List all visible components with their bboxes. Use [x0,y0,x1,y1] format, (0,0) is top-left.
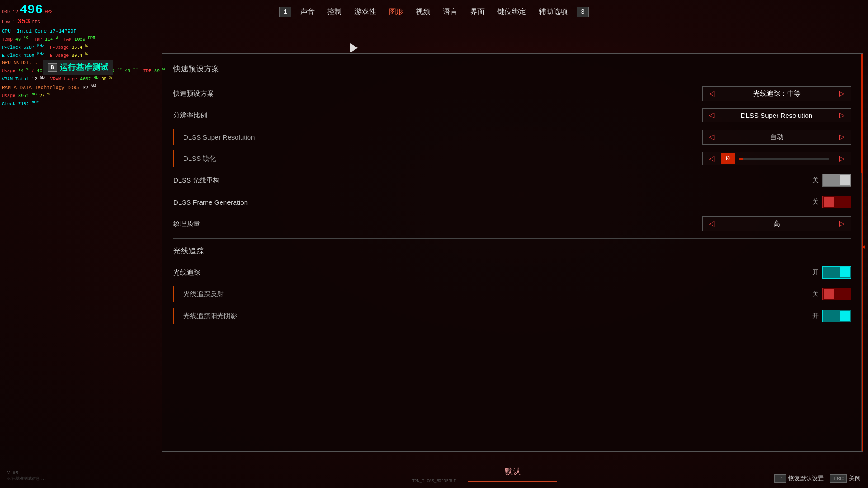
quick-preset-value: 光线追踪：中等 [721,87,833,101]
raytracing-status: 开 [812,268,819,277]
hud-eusage-label: E-Usage [47,53,69,58]
dlss-sharpen-track[interactable] [739,158,829,160]
tab-audio[interactable]: 声音 [294,5,321,19]
dlss-recon-label: DLSS 光线重构 [173,176,220,185]
raytracing-section: 光线追踪 [173,238,851,258]
version-sub: 运行基准测试信息... [7,476,47,482]
tab-language[interactable]: 语言 [437,5,464,19]
rt-reflections-toggle-group: 关 [812,288,851,300]
hud-temp-val: 49 [15,37,21,42]
bottom-center-text: TRN_TLCAS_BORDERUI [412,479,456,483]
hud-gpu-temp2-unit: °C [133,67,138,72]
dlss-sharpen-value: 0 [721,153,735,164]
hud-ram-usage-label: Usage [2,94,15,99]
resolution-scale-row: 分辨率比例 ◁ DLSS Super Resolution ▷ [173,107,851,123]
hud-ram-unit: GB [91,84,96,88]
quick-preset-control[interactable]: ◁ 光线追踪：中等 ▷ [702,86,851,101]
benchmark-tooltip[interactable]: B 运行基准测试 [43,60,113,75]
dlss-super-res-right-btn[interactable]: ▷ [833,131,851,143]
hud-vram-usage-val: 4667 [80,77,91,82]
dlss-super-res-value: 自动 [721,130,833,144]
bottom-right-controls: F1 恢复默认设置 ESC 关闭 [774,474,861,483]
dlss-super-res-left-btn[interactable]: ◁ [703,131,721,143]
hud-vram-total-unit: GB [40,75,45,80]
dlss-sharpen-right-btn[interactable]: ▷ [833,152,851,165]
raytracing-toggle[interactable] [822,266,851,279]
texture-quality-control[interactable]: ◁ 高 ▷ [702,216,851,231]
right-edge-indicator: ◄ [862,244,865,250]
dlss-super-res-control[interactable]: ◁ 自动 ▷ [702,130,851,145]
rt-reflections-toggle[interactable] [822,288,851,300]
texture-quality-row: 纹理质量 ◁ 高 ▷ [173,216,851,232]
hud-ram-usage-val: 8951 [18,94,29,99]
resolution-scale-left-btn[interactable]: ◁ [703,109,721,122]
texture-quality-right-btn[interactable]: ▷ [833,217,851,230]
hud-overlay: D3D 12 496 FPS Low 1 353 FPS CPU Intel C… [2,4,165,108]
close-btn[interactable]: ESC 关闭 [830,474,861,483]
settings-panel: 快速预设方案 快速预设方案 ◁ 光线追踪：中等 ▷ 分辨率比例 ◁ DLSS S… [162,53,863,452]
rt-reflections-label: 光线追踪反射 [183,290,224,299]
hud-low-prefix: Low 1 [2,19,15,26]
dlss-frame-gen-label: DLSS Frame Generation [173,198,248,206]
tab-gameplay[interactable]: 游戏性 [348,5,382,19]
tab-controls[interactable]: 控制 [321,5,348,19]
tab-interface[interactable]: 界面 [464,5,491,19]
resolution-scale-right-btn[interactable]: ▷ [833,109,851,122]
hud-cpu-name: Intel Core i7-14790F [14,28,76,34]
dlss-frame-gen-toggle[interactable] [822,196,851,208]
hud-vram-total-val: 12 [32,77,37,82]
hud-eusage-val: 30.4 [71,53,82,58]
quick-preset-right-btn[interactable]: ▷ [833,87,851,100]
benchmark-label: 运行基准测试 [60,62,108,73]
hud-tdp-label: TDP [31,37,42,42]
texture-quality-left-btn[interactable]: ◁ [703,217,721,230]
hud-fan-unit: RPM [88,36,95,40]
tab-keybindings[interactable]: 键位绑定 [491,5,533,19]
dlss-sharpen-label: DLSS 锐化 [183,155,216,163]
hud-gpu-sep: / [31,69,37,74]
hud-ram-label: RAM [2,85,11,90]
tab-accessibility[interactable]: 辅助选项 [533,5,574,19]
hud-cpu-label: CPU [2,28,11,34]
hud-temp-label: Temp [2,37,13,42]
dlss-super-res-label: DLSS Super Resolution [183,133,255,141]
hud-gpu-usage-val2: 40 [37,69,42,74]
hud-pclock-unit: MHz [37,44,44,48]
default-button[interactable]: 默认 [468,461,557,482]
tab-video[interactable]: 视频 [410,5,437,19]
quick-preset-row: 快速预设方案 ◁ 光线追踪：中等 ▷ [173,85,851,102]
nav-num-1[interactable]: 1 [279,7,291,17]
hud-ram-clock-val: 7182 [18,102,29,107]
cursor [350,43,358,52]
hud-gpu-label: GPU [2,60,11,66]
rt-sun-shadow-status: 开 [812,312,819,320]
dlss-recon-toggle[interactable] [822,174,851,187]
hud-ram-clock-unit: MHz [32,100,39,105]
hud-tdp-unit: W [56,36,58,40]
hud-pclock-val: 5287 [24,45,34,50]
tab-graphics[interactable]: 图形 [382,5,410,19]
resolution-scale-control[interactable]: ◁ DLSS Super Resolution ▷ [702,108,851,122]
hud-gpu-name: NVIDI... [14,60,38,66]
hud-ram-clock-label: Clock [2,102,15,107]
hud-vram-usage-unit: MB [94,75,99,80]
hud-gpu-usage-label: Usage [2,69,15,74]
bottom-bar: 默认 [162,461,863,482]
raytracing-row: 光线追踪 开 [173,264,851,281]
quick-preset-left-btn[interactable]: ◁ [703,87,721,100]
dlss-recon-row: DLSS 光线重构 关 [173,172,851,188]
dlss-sharpen-left-btn[interactable]: ◁ [703,152,721,165]
restore-defaults-btn[interactable]: F1 恢复默认设置 [774,474,824,483]
hud-tdp-val: 114 [45,37,53,42]
hud-ram-usage-pct: 27 [39,94,45,99]
hud-gpu-tdp-label: TDP [141,69,151,74]
dlss-frame-gen-row: DLSS Frame Generation 关 [173,194,851,210]
dlss-sharpen-control[interactable]: ◁ 0 ▷ [702,152,851,165]
hud-gpu-usage-val: 24 [18,69,24,74]
rt-sun-shadow-toggle[interactable] [822,310,851,322]
nav-num-3[interactable]: 3 [577,7,589,17]
hud-pclock-label: P-Clock [2,45,21,50]
hud-ram-usage-pct-unit: % [47,92,50,97]
close-key: ESC [830,474,847,483]
resolution-scale-label: 分辨率比例 [173,111,207,120]
